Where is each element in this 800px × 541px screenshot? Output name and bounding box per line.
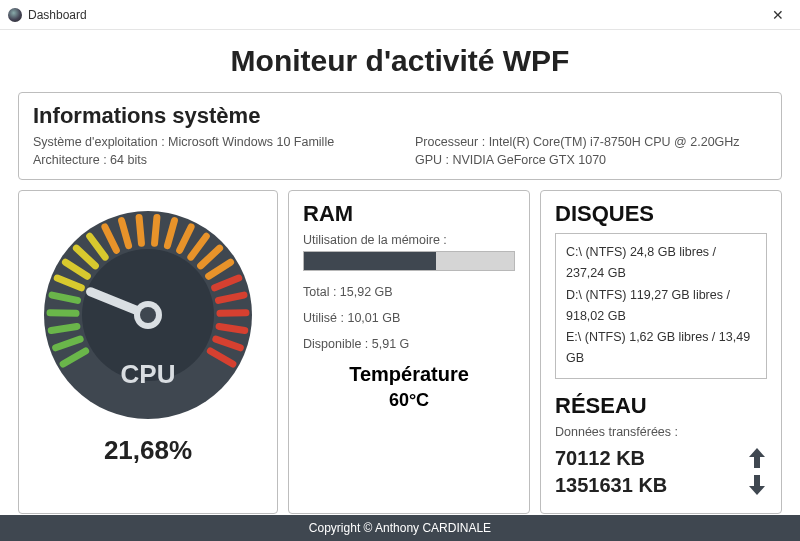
cpu-panel: CPU 21,68%	[18, 190, 278, 514]
system-info-heading: Informations système	[33, 103, 767, 129]
window-title: Dashboard	[28, 8, 87, 22]
arrow-down-icon	[747, 474, 767, 496]
svg-line-4	[51, 326, 77, 330]
page-title: Moniteur d'activité WPF	[18, 44, 782, 78]
footer-copyright: Copyright © Anthony CARDINALE	[309, 521, 491, 535]
disk-item: D:\ (NTFS) 119,27 GB libres / 918,02 GB	[566, 285, 756, 328]
cpu-percent: 21,68%	[104, 435, 192, 466]
arrow-up-icon	[747, 447, 767, 469]
ram-heading: RAM	[303, 201, 515, 227]
svg-line-5	[50, 313, 76, 314]
titlebar: Dashboard ✕	[0, 0, 800, 30]
system-info-panel: Informations système Système d'exploitat…	[18, 92, 782, 180]
network-label: Données transférées :	[555, 425, 767, 439]
ram-usage-label: Utilisation de la mémoire :	[303, 233, 515, 247]
sysinfo-arch: Architecture : 64 bits	[33, 153, 385, 167]
ram-total: Total : 15,92 GB	[303, 285, 515, 299]
disks-panel: DISQUES C:\ (NTFS) 24,8 GB libres / 237,…	[540, 190, 782, 514]
svg-line-23	[219, 326, 245, 330]
cpu-gauge: CPU	[38, 205, 258, 425]
temperature-value: 60°C	[303, 390, 515, 411]
ram-used: Utilisé : 10,01 GB	[303, 311, 515, 325]
network-heading: RÉSEAU	[555, 393, 767, 419]
svg-line-22	[220, 313, 246, 314]
network-upload-row: 70112 KB	[555, 447, 767, 470]
sysinfo-cpu: Processeur : Intel(R) Core(TM) i7-8750H …	[415, 135, 767, 149]
footer: Copyright © Anthony CARDINALE	[0, 515, 800, 541]
disk-item: C:\ (NTFS) 24,8 GB libres / 237,24 GB	[566, 242, 756, 285]
disk-item: E:\ (NTFS) 1,62 GB libres / 13,49 GB	[566, 327, 756, 370]
network-download-value: 1351631 KB	[555, 474, 667, 497]
sysinfo-gpu: GPU : NVIDIA GeForce GTX 1070	[415, 153, 767, 167]
ram-progress-fill	[304, 252, 436, 270]
close-icon[interactable]: ✕	[766, 5, 790, 25]
disks-heading: DISQUES	[555, 201, 767, 227]
svg-point-28	[140, 307, 156, 323]
network-download-row: 1351631 KB	[555, 474, 767, 497]
sysinfo-os: Système d'exploitation : Microsoft Windo…	[33, 135, 385, 149]
ram-available: Disponible : 5,91 G	[303, 337, 515, 351]
cpu-gauge-label: CPU	[121, 359, 176, 389]
svg-line-14	[155, 217, 157, 243]
svg-line-13	[139, 217, 141, 243]
ram-progress	[303, 251, 515, 271]
ram-panel: RAM Utilisation de la mémoire : Total : …	[288, 190, 530, 514]
network-upload-value: 70112 KB	[555, 447, 645, 470]
disks-list: C:\ (NTFS) 24,8 GB libres / 237,24 GB D:…	[555, 233, 767, 379]
temperature-heading: Température	[303, 363, 515, 386]
app-icon	[8, 8, 22, 22]
